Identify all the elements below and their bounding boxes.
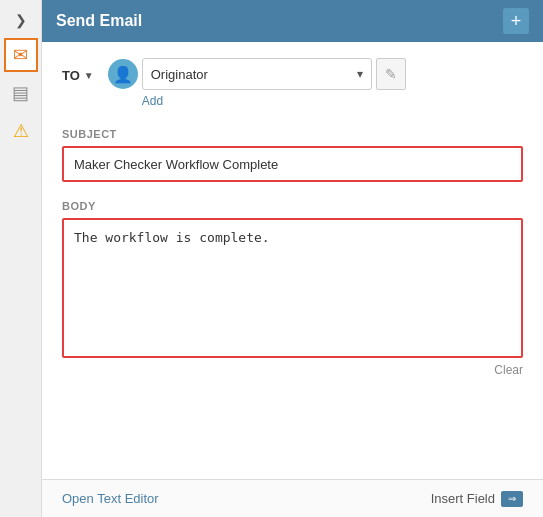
to-label: TO bbox=[62, 68, 80, 83]
recipient-select[interactable]: Originator ▾ bbox=[142, 58, 372, 90]
insert-field-wrap[interactable]: Insert Field ⇒ bbox=[431, 491, 523, 507]
body-section: BODY Clear bbox=[62, 200, 523, 377]
arrow-icon: ⇒ bbox=[508, 493, 516, 504]
header: Send Email + bbox=[42, 0, 543, 42]
footer: Open Text Editor Insert Field ⇒ bbox=[42, 479, 543, 517]
recipient-row: 👤 Originator ▾ ✎ bbox=[108, 58, 406, 90]
add-recipient-link[interactable]: Add bbox=[142, 94, 163, 108]
to-dropdown-icon[interactable]: ▼ bbox=[84, 70, 94, 81]
recipient-block: 👤 Originator ▾ ✎ Add bbox=[108, 58, 406, 108]
edit-recipient-button[interactable]: ✎ bbox=[376, 58, 406, 90]
table-icon: ▤ bbox=[12, 82, 29, 104]
person-icon: 👤 bbox=[113, 65, 133, 84]
chevron-right-icon: ❯ bbox=[15, 12, 27, 28]
clear-link[interactable]: Clear bbox=[62, 363, 523, 377]
edit-icon: ✎ bbox=[385, 66, 397, 82]
body-label: BODY bbox=[62, 200, 523, 212]
insert-field-label: Insert Field bbox=[431, 491, 495, 506]
sidebar-collapse-button[interactable]: ❯ bbox=[7, 6, 35, 34]
add-button[interactable]: + bbox=[503, 8, 529, 34]
insert-field-icon: ⇒ bbox=[501, 491, 523, 507]
page-title: Send Email bbox=[56, 12, 142, 30]
subject-section: SUBJECT bbox=[62, 128, 523, 182]
main-panel: Send Email + TO ▼ 👤 Originator ▾ bbox=[42, 0, 543, 517]
body-textarea[interactable] bbox=[62, 218, 523, 358]
recipient-name: Originator bbox=[151, 67, 357, 82]
warning-icon: ⚠ bbox=[13, 120, 29, 142]
sidebar-item-warning[interactable]: ⚠ bbox=[4, 114, 38, 148]
sidebar: ❯ ✉ ▤ ⚠ bbox=[0, 0, 42, 517]
to-row: TO ▼ 👤 Originator ▾ ✎ Add bbox=[62, 58, 523, 108]
email-icon: ✉ bbox=[13, 44, 28, 66]
subject-label: SUBJECT bbox=[62, 128, 523, 140]
open-text-editor-link[interactable]: Open Text Editor bbox=[62, 491, 159, 506]
to-label-wrap: TO ▼ bbox=[62, 68, 94, 83]
content-area: TO ▼ 👤 Originator ▾ ✎ Add bbox=[42, 42, 543, 479]
avatar: 👤 bbox=[108, 59, 138, 89]
sidebar-item-email[interactable]: ✉ bbox=[4, 38, 38, 72]
recipient-chevron-icon: ▾ bbox=[357, 67, 363, 81]
sidebar-item-table[interactable]: ▤ bbox=[4, 76, 38, 110]
subject-input[interactable] bbox=[62, 146, 523, 182]
